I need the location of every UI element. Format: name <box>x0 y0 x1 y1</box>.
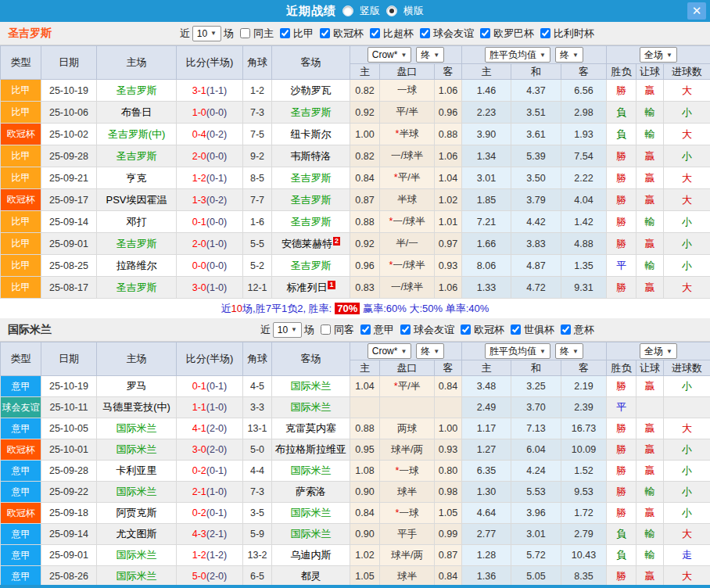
recent-count-select[interactable]: 10▼ <box>273 322 302 338</box>
league-filter-checkbox[interactable] <box>370 28 380 38</box>
avg-home-odds-cell: 1.30 <box>462 482 511 503</box>
matches-label: 场 <box>224 27 234 41</box>
table-header-row: 类型日期主场比分(半场)角球客场Crow*▼终▼胜平负均值▼终▼全场▼ <box>1 46 710 64</box>
crow-away-odds-cell: 0.93 <box>435 439 462 461</box>
league-type-cell: 欧冠杯 <box>1 124 41 145</box>
away-team-cell: 圣吉罗斯 <box>272 189 350 211</box>
match-date-cell: 25-09-28 <box>41 461 97 482</box>
match-date-cell: 25-08-26 <box>41 566 97 587</box>
avg-away-odds-cell: 10.09 <box>561 439 607 461</box>
league-filter-checkbox[interactable] <box>400 324 411 335</box>
full-match-select[interactable]: 全场▼ <box>640 343 677 359</box>
league-filter-checkbox[interactable] <box>360 324 371 335</box>
avg-odds-select[interactable]: 胜平负均值▼ <box>485 343 550 359</box>
corners-cell: 1-6 <box>243 211 272 233</box>
avg-draw-odds-cell: 3.25 <box>511 376 561 397</box>
same-venue-checkbox[interactable] <box>321 324 331 335</box>
final-odds-select[interactable]: 终▼ <box>416 47 444 63</box>
avg-away-odds-cell: 9.31 <box>561 277 607 299</box>
vertical-layout-radio[interactable] <box>342 5 353 16</box>
crow-home-odds-cell: 0.95 <box>350 439 380 461</box>
close-button[interactable]: ✕ <box>687 2 706 20</box>
handicap-result-cell: 贏 <box>636 418 664 439</box>
league-filter-label: 意甲 <box>374 323 394 337</box>
league-filter-checkbox[interactable] <box>280 28 290 38</box>
horizontal-layout-radio[interactable] <box>386 5 397 16</box>
match-row: 意甲25-09-01国际米兰1-2(1-2)13-2乌迪内斯1.02球半/两0.… <box>1 545 710 566</box>
avg-home-odds-cell: 1.36 <box>462 566 511 587</box>
home-team-cell: 阿贾克斯 <box>97 503 177 524</box>
recent-label: 近 <box>260 323 271 337</box>
handicap-cell: *半球 <box>380 124 435 145</box>
recent-count-select[interactable]: 10▼ <box>192 26 221 41</box>
crow-company-select-value: Crow* <box>372 49 398 60</box>
match-date-cell: 25-09-14 <box>41 524 97 545</box>
match-row: 欧冠杯25-10-02圣吉罗斯(中)0-4(0-2)7-5纽卡斯尔1.00*半球… <box>1 124 710 145</box>
home-team-cell: 圣吉罗斯(中) <box>97 124 177 145</box>
avg-draw-odds-cell: 7.13 <box>511 418 561 439</box>
league-filter-checkbox[interactable] <box>320 28 330 38</box>
handicap-cell: *一/球半 <box>380 255 435 277</box>
score-cell: 3-0(2-0) <box>177 439 243 461</box>
crow-home-odds-cell: 1.02 <box>350 545 380 566</box>
corners-cell: 12-1 <box>243 277 272 299</box>
score-cell: 2-0(0-0) <box>177 145 243 167</box>
final-odds-select[interactable]: 终▼ <box>555 343 583 359</box>
league-filter-checkbox[interactable] <box>480 28 490 38</box>
score-cell: 1-1(1-0) <box>177 397 243 418</box>
crow-company-select[interactable]: Crow*▼ <box>368 47 412 63</box>
goals-result-cell: 小 <box>664 233 710 255</box>
crow-home-odds-cell: 0.92 <box>350 102 380 124</box>
away-team-cell: 圣吉罗斯 <box>272 255 350 277</box>
league-filter-checkbox[interactable] <box>540 28 550 38</box>
result-cell: 勝 <box>607 376 636 397</box>
crow-company-select[interactable]: Crow*▼ <box>368 343 412 359</box>
league-type-cell: 比甲 <box>1 102 41 124</box>
crow-away-odds-cell: 0.98 <box>435 482 462 503</box>
home-team-cell: 布鲁日 <box>97 102 177 124</box>
goals-result-cell: 小 <box>664 376 710 397</box>
league-filter-checkbox[interactable] <box>461 324 471 335</box>
corners-cell: 5-5 <box>243 233 272 255</box>
handicap-cell: *平/半 <box>380 167 435 189</box>
crow-home-odds-cell: 0.92 <box>350 233 380 255</box>
league-type-cell: 比甲 <box>1 255 41 277</box>
dropdown-arrow-icon: ▼ <box>666 348 672 355</box>
final-odds-select[interactable]: 终▼ <box>416 343 444 359</box>
home-team-cell: 圣吉罗斯 <box>97 277 177 299</box>
fulltime-score: 5-0 <box>192 571 206 582</box>
dropdown-arrow-icon: ▼ <box>572 348 579 355</box>
handicap-result-cell: 贏 <box>636 167 664 189</box>
goals-result-cell: 大 <box>664 80 710 102</box>
final-odds-select-value: 终 <box>560 48 569 62</box>
crow-away-odds-cell: 0.99 <box>435 524 462 545</box>
corners-cell: 9-2 <box>243 145 272 167</box>
avg-odds-select-value: 胜平负均值 <box>489 345 536 358</box>
dropdown-arrow-icon: ▼ <box>291 326 297 333</box>
league-filter-checkbox[interactable] <box>561 324 571 335</box>
filter-controls: 近10▼场同客意甲球会友谊欧冠杯世俱杯意杯 <box>260 322 594 338</box>
score-cell: 1-0(0-0) <box>177 102 243 124</box>
column-header: 主场 <box>97 342 177 376</box>
halftime-score: (2-0) <box>206 571 227 582</box>
full-match-select[interactable]: 全场▼ <box>640 47 677 63</box>
halftime-score: (2-1) <box>206 529 227 540</box>
crow-home-odds-cell: 0.88 <box>350 211 380 233</box>
sub-column-header: 客 <box>561 64 607 80</box>
handicap-result-cell: 贏 <box>636 566 664 587</box>
final-odds-select[interactable]: 终▼ <box>555 47 583 63</box>
goals-result-cell: 小 <box>664 211 710 233</box>
result-cell: 勝 <box>607 233 636 255</box>
same-venue-checkbox[interactable] <box>240 28 250 38</box>
crow-home-odds-cell: 0.88 <box>350 418 380 439</box>
home-team-cell: 尤文图斯 <box>97 524 177 545</box>
league-filter-checkbox[interactable] <box>511 324 521 335</box>
halftime-score: (2-0) <box>206 444 227 455</box>
avg-away-odds-cell: 4.88 <box>561 233 607 255</box>
league-type-cell: 球会友谊 <box>1 397 41 418</box>
league-filter-checkbox[interactable] <box>420 28 430 38</box>
match-date-cell: 25-10-02 <box>41 124 97 145</box>
avg-odds-select[interactable]: 胜平负均值▼ <box>485 47 550 63</box>
dropdown-arrow-icon: ▼ <box>210 30 217 37</box>
league-filter-label: 意杯 <box>574 323 594 337</box>
